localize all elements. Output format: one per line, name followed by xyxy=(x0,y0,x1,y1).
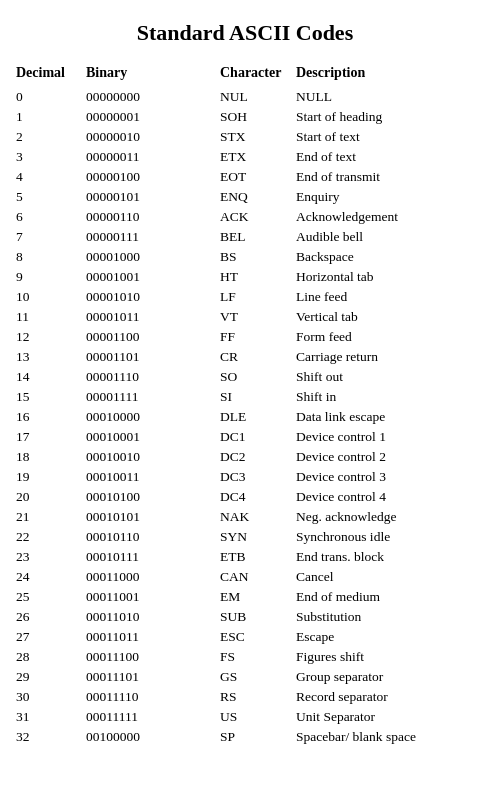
cell-21-1: 00010101 xyxy=(80,507,190,527)
cell-9-1: 00001001 xyxy=(80,267,190,287)
cell-11-2: VT xyxy=(190,307,290,327)
cell-12-3: Form feed xyxy=(290,327,480,347)
cell-9-3: Horizontal tab xyxy=(290,267,480,287)
cell-0-2: NUL xyxy=(190,87,290,107)
ascii-table: Decimal Binary Character Description 000… xyxy=(10,62,480,747)
cell-1-0: 1 xyxy=(10,107,80,127)
table-row: 2800011100FSFigures shift xyxy=(10,647,480,667)
table-row: 2300010111ETBEnd trans. block xyxy=(10,547,480,567)
cell-3-3: End of text xyxy=(290,147,480,167)
cell-4-1: 00000100 xyxy=(80,167,190,187)
cell-18-1: 00010010 xyxy=(80,447,190,467)
cell-24-2: CAN xyxy=(190,567,290,587)
table-row: 2400011000CANCancel xyxy=(10,567,480,587)
table-row: 1200001100FFForm feed xyxy=(10,327,480,347)
table-row: 1000001010LFLine feed xyxy=(10,287,480,307)
table-row: 1600010000DLEData link escape xyxy=(10,407,480,427)
cell-7-3: Audible bell xyxy=(290,227,480,247)
cell-23-2: ETB xyxy=(190,547,290,567)
cell-7-1: 00000111 xyxy=(80,227,190,247)
col-decimal: Decimal xyxy=(10,62,80,87)
cell-1-3: Start of heading xyxy=(290,107,480,127)
cell-2-2: STX xyxy=(190,127,290,147)
cell-20-1: 00010100 xyxy=(80,487,190,507)
cell-30-1: 00011110 xyxy=(80,687,190,707)
col-description: Description xyxy=(290,62,480,87)
cell-27-0: 27 xyxy=(10,627,80,647)
cell-8-3: Backspace xyxy=(290,247,480,267)
cell-5-3: Enquiry xyxy=(290,187,480,207)
cell-29-0: 29 xyxy=(10,667,80,687)
cell-11-0: 11 xyxy=(10,307,80,327)
table-row: 1500001111SIShift in xyxy=(10,387,480,407)
cell-14-1: 00001110 xyxy=(80,367,190,387)
cell-25-2: EM xyxy=(190,587,290,607)
cell-24-3: Cancel xyxy=(290,567,480,587)
cell-29-1: 00011101 xyxy=(80,667,190,687)
cell-12-2: FF xyxy=(190,327,290,347)
cell-10-2: LF xyxy=(190,287,290,307)
cell-20-3: Device control 4 xyxy=(290,487,480,507)
cell-18-3: Device control 2 xyxy=(290,447,480,467)
cell-14-2: SO xyxy=(190,367,290,387)
cell-15-0: 15 xyxy=(10,387,80,407)
cell-11-1: 00001011 xyxy=(80,307,190,327)
table-row: 1100001011VTVertical tab xyxy=(10,307,480,327)
cell-26-1: 00011010 xyxy=(80,607,190,627)
table-row: 3100011111USUnit Separator xyxy=(10,707,480,727)
table-row: 500000101ENQEnquiry xyxy=(10,187,480,207)
cell-13-2: CR xyxy=(190,347,290,367)
cell-4-2: EOT xyxy=(190,167,290,187)
cell-15-1: 00001111 xyxy=(80,387,190,407)
cell-1-1: 00000001 xyxy=(80,107,190,127)
cell-12-0: 12 xyxy=(10,327,80,347)
cell-16-0: 16 xyxy=(10,407,80,427)
cell-14-0: 14 xyxy=(10,367,80,387)
table-row: 1800010010DC2Device control 2 xyxy=(10,447,480,467)
cell-9-2: HT xyxy=(190,267,290,287)
cell-4-3: End of transmit xyxy=(290,167,480,187)
cell-0-1: 00000000 xyxy=(80,87,190,107)
cell-19-3: Device control 3 xyxy=(290,467,480,487)
cell-10-3: Line feed xyxy=(290,287,480,307)
cell-20-0: 20 xyxy=(10,487,80,507)
cell-21-3: Neg. acknowledge xyxy=(290,507,480,527)
cell-11-3: Vertical tab xyxy=(290,307,480,327)
cell-26-2: SUB xyxy=(190,607,290,627)
table-row: 3000011110RSRecord separator xyxy=(10,687,480,707)
cell-15-3: Shift in xyxy=(290,387,480,407)
cell-8-2: BS xyxy=(190,247,290,267)
cell-26-0: 26 xyxy=(10,607,80,627)
table-row: 200000010STXStart of text xyxy=(10,127,480,147)
table-row: 300000011ETXEnd of text xyxy=(10,147,480,167)
cell-30-0: 30 xyxy=(10,687,80,707)
cell-14-3: Shift out xyxy=(290,367,480,387)
table-row: 2000010100DC4Device control 4 xyxy=(10,487,480,507)
cell-27-1: 00011011 xyxy=(80,627,190,647)
cell-22-0: 22 xyxy=(10,527,80,547)
cell-13-3: Carriage return xyxy=(290,347,480,367)
cell-32-2: SP xyxy=(190,727,290,747)
cell-18-2: DC2 xyxy=(190,447,290,467)
cell-9-0: 9 xyxy=(10,267,80,287)
cell-6-0: 6 xyxy=(10,207,80,227)
cell-16-1: 00010000 xyxy=(80,407,190,427)
cell-21-2: NAK xyxy=(190,507,290,527)
cell-10-0: 10 xyxy=(10,287,80,307)
table-row: 2500011001EMEnd of medium xyxy=(10,587,480,607)
cell-23-0: 23 xyxy=(10,547,80,567)
cell-29-3: Group separator xyxy=(290,667,480,687)
cell-32-1: 00100000 xyxy=(80,727,190,747)
cell-1-2: SOH xyxy=(190,107,290,127)
table-row: 800001000BSBackspace xyxy=(10,247,480,267)
col-character: Character xyxy=(190,62,290,87)
table-row: 900001001HTHorizontal tab xyxy=(10,267,480,287)
cell-31-0: 31 xyxy=(10,707,80,727)
cell-22-3: Synchronous idle xyxy=(290,527,480,547)
cell-25-3: End of medium xyxy=(290,587,480,607)
cell-3-0: 3 xyxy=(10,147,80,167)
cell-17-0: 17 xyxy=(10,427,80,447)
table-row: 700000111BELAudible bell xyxy=(10,227,480,247)
cell-22-2: SYN xyxy=(190,527,290,547)
cell-2-0: 2 xyxy=(10,127,80,147)
